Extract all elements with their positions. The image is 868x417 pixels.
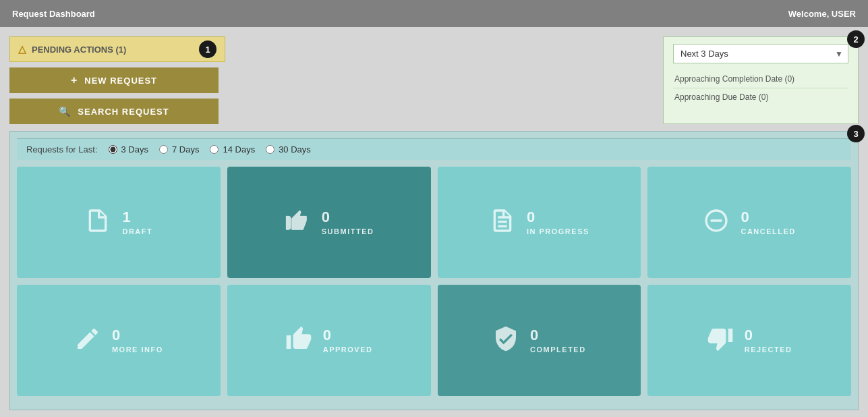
edit-icon xyxy=(74,325,101,356)
search-icon: 🔍 xyxy=(59,106,71,117)
status-card-draft[interactable]: 1 DRAFT xyxy=(17,167,221,278)
completed-info: 0 COMPLETED xyxy=(530,327,586,353)
status-card-in-progress[interactable]: 0 IN PROGRESS xyxy=(438,167,641,278)
more-info-count: 0 xyxy=(112,327,120,343)
top-section: △ PENDING ACTIONS (1) 1 + NEW REQUEST 🔍 … xyxy=(9,36,859,124)
plus-icon: + xyxy=(71,74,78,86)
in-progress-count: 0 xyxy=(527,209,535,225)
rejected-count: 0 xyxy=(745,327,753,343)
radio-7days[interactable] xyxy=(159,145,168,154)
pending-actions-label: PENDING ACTIONS (1) xyxy=(32,45,126,55)
status-card-approved[interactable]: 0 APPROVED xyxy=(227,285,431,396)
warning-icon: △ xyxy=(18,43,26,55)
pending-actions-bar: △ PENDING ACTIONS (1) 1 xyxy=(9,36,225,62)
badge-2: 2 xyxy=(847,30,865,48)
welcome-text: Welcome, USER xyxy=(788,9,856,19)
check-shield-icon xyxy=(492,325,519,356)
app-title: Request Dashboard xyxy=(12,9,95,19)
in-progress-label: IN PROGRESS xyxy=(527,227,589,235)
document-lines-icon xyxy=(489,207,516,238)
thumbs-up-icon xyxy=(285,325,312,356)
dropdown-container[interactable]: Next 3 Days Next 7 Days Next 14 Days Nex… xyxy=(673,44,848,63)
approaching-completion: Approaching Completion Date (0) xyxy=(673,70,848,88)
status-card-submitted[interactable]: 0 SUBMITTED xyxy=(227,167,431,278)
filter-14days[interactable]: 14 Days xyxy=(210,144,255,155)
search-request-button[interactable]: 🔍 SEARCH REQUEST xyxy=(9,99,219,124)
draft-info: 1 DRAFT xyxy=(122,209,152,235)
radio-14days[interactable] xyxy=(210,145,219,154)
thumbs-up-outline-icon xyxy=(284,207,311,238)
search-request-label: SEARCH REQUEST xyxy=(78,107,169,117)
status-card-completed[interactable]: 0 COMPLETED xyxy=(438,285,641,396)
filter-30days[interactable]: 30 Days xyxy=(266,144,311,155)
draft-label: DRAFT xyxy=(122,227,152,235)
submitted-info: 0 SUBMITTED xyxy=(322,209,374,235)
radio-3days[interactable] xyxy=(109,145,117,154)
radio-30days[interactable] xyxy=(266,145,274,154)
main-content: △ PENDING ACTIONS (1) 1 + NEW REQUEST 🔍 … xyxy=(0,27,868,417)
more-info-label: MORE INFO xyxy=(112,345,163,354)
approaching-due-date: Approaching Due Date (0) xyxy=(673,88,848,106)
status-card-more-info[interactable]: 0 MORE INFO xyxy=(17,285,221,396)
section-badge-1: 1 xyxy=(199,40,216,58)
left-panel: △ PENDING ACTIONS (1) 1 + NEW REQUEST 🔍 … xyxy=(9,36,225,124)
completed-label: COMPLETED xyxy=(530,345,586,354)
file-icon xyxy=(84,207,111,238)
approved-label: APPROVED xyxy=(323,345,373,354)
cancelled-info: 0 CANCELLED xyxy=(741,209,795,235)
submitted-label: SUBMITTED xyxy=(322,227,374,235)
status-card-rejected[interactable]: 0 REJECTED xyxy=(647,285,851,396)
right-panel: 2 Next 3 Days Next 7 Days Next 14 Days N… xyxy=(663,36,859,124)
cancel-circle-icon xyxy=(703,207,730,238)
rejected-info: 0 REJECTED xyxy=(745,327,792,353)
filter-3days[interactable]: 3 Days xyxy=(109,144,148,155)
thumbs-down-icon xyxy=(707,325,734,356)
badge-3: 3 xyxy=(847,125,865,142)
new-request-button[interactable]: + NEW REQUEST xyxy=(9,67,219,93)
badge-1: 1 xyxy=(199,40,216,58)
header: Request Dashboard Welcome, USER xyxy=(0,0,868,27)
filter-bar: Requests for Last: 3 Days 7 Days 14 Days… xyxy=(17,138,851,160)
status-card-cancelled[interactable]: 0 CANCELLED xyxy=(647,167,851,278)
cancelled-label: CANCELLED xyxy=(741,227,795,235)
draft-count: 1 xyxy=(122,209,130,225)
top-spacer xyxy=(225,36,663,124)
cancelled-count: 0 xyxy=(741,209,749,225)
filter-7days[interactable]: 7 Days xyxy=(159,144,199,155)
completed-count: 0 xyxy=(530,327,538,343)
rejected-label: REJECTED xyxy=(745,345,792,354)
approved-info: 0 APPROVED xyxy=(323,327,373,353)
in-progress-info: 0 IN PROGRESS xyxy=(527,209,589,235)
submitted-count: 0 xyxy=(322,209,330,225)
approved-count: 0 xyxy=(323,327,331,343)
status-grid: 1 DRAFT 0 SUBMITTED xyxy=(17,160,851,403)
main-inner: 3 Requests for Last: 3 Days 7 Days 14 Da… xyxy=(9,131,859,410)
more-info-info: 0 MORE INFO xyxy=(112,327,163,353)
new-request-label: NEW REQUEST xyxy=(84,76,157,86)
timeframe-dropdown[interactable]: Next 3 Days Next 7 Days Next 14 Days Nex… xyxy=(673,44,848,63)
filter-label: Requests for Last: xyxy=(26,144,98,155)
